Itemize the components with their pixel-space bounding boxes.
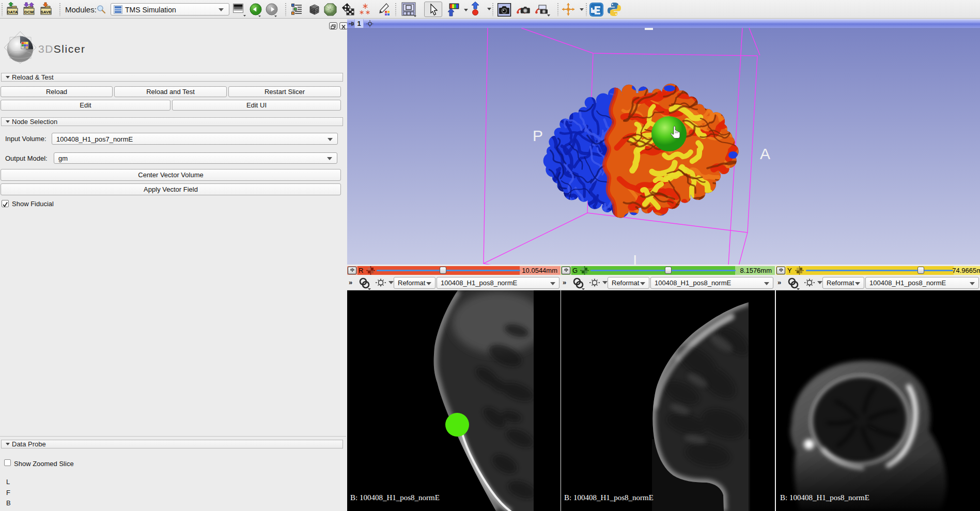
svg-text:B: 100408_H1_pos8_normE: B: 100408_H1_pos8_normE — [780, 493, 869, 502]
svg-text:P: P — [533, 127, 543, 144]
svg-text:DCM: DCM — [24, 10, 34, 14]
svg-text:I: I — [633, 252, 637, 265]
svg-text:B: 100408_H1_pos8_normE: B: 100408_H1_pos8_normE — [564, 493, 654, 502]
svg-text:A: A — [760, 145, 770, 162]
svg-text:DATA: DATA — [7, 10, 18, 14]
svg-text:B: 100408_H1_pos8_normE: B: 100408_H1_pos8_normE — [350, 493, 440, 502]
svg-text:SAVE: SAVE — [40, 10, 52, 14]
